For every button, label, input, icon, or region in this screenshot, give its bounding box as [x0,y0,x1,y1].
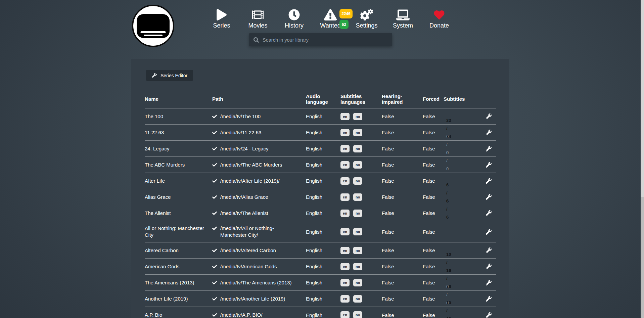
hearing-impaired-value: False [382,264,423,269]
logo-subtitle-line [141,31,166,33]
table-row: Another Life (2019) /media/tv/Another Li… [145,291,496,307]
series-path: /media/tv/A.P. BIO/ [220,312,263,318]
nav-item-wanted[interactable]: Wanted 2246 62 [312,8,349,29]
forced-value: False [423,296,444,302]
nav-item-donate[interactable]: Donate [421,8,457,29]
wrench-icon [486,178,492,184]
hearing-impaired-value: False [382,146,423,151]
wrench-icon [486,229,492,235]
wrench-icon [486,146,492,151]
language-badge: no [353,177,362,185]
edit-series-button[interactable] [485,177,492,184]
wrench-icon [486,312,492,318]
series-path-cell: /media/tv/Altered Carbon [212,247,306,254]
table-row: Alias Grace /media/tv/Alias Grace Englis… [145,189,496,205]
wrench-icon [486,296,492,302]
language-badge: no [353,228,362,235]
language-badge: no [353,210,362,217]
column-header-subtitles: Subtitles [444,96,481,102]
series-path: /media/tv/11.22.63 [220,129,261,136]
series-path-cell: /media/tv/Another Life (2019) [212,296,306,302]
language-badge: en [340,311,350,318]
nav-item-series[interactable]: Series [203,8,240,29]
nav-item-system[interactable]: System [385,8,421,29]
edit-series-button[interactable] [485,247,492,254]
language-badge: no [353,129,362,136]
edit-series-button[interactable] [485,113,492,120]
nav-item-settings[interactable]: Settings [349,8,385,29]
series-name: The Americans (2013) [145,279,212,286]
forced-value: False [423,130,444,135]
nav-label: Wanted [320,22,340,29]
scrollbar-thumb[interactable] [641,0,644,197]
hearing-impaired-value: False [382,178,423,184]
subtitles-languages-cell: en no [340,279,382,286]
hearing-impaired-value: False [382,280,423,285]
series-path: /media/tv/The Americans (2013) [220,279,292,286]
edit-series-button[interactable] [485,228,492,235]
audio-language: English [306,264,340,269]
check-icon [212,248,217,253]
series-name: Another Life (2019) [145,296,212,302]
forced-value: False [423,113,444,119]
app-logo[interactable] [132,5,174,47]
series-editor-button[interactable]: Series Editor [146,70,193,81]
edit-series-button[interactable] [485,161,492,168]
series-name: After Life [145,178,212,184]
audio-language: English [306,296,340,302]
language-badge: no [353,295,362,303]
edit-series-button[interactable] [485,279,492,286]
audio-language: English [306,113,340,119]
audio-language: English [306,229,340,235]
series-path-cell: /media/tv/11.22.63 [212,129,306,136]
wanted-movies-badge: 62 [339,20,349,29]
check-icon [212,179,217,183]
warning-triangle-icon [324,8,337,21]
subtitles-languages-cell: en no [340,295,382,303]
column-header-path: Path [212,96,306,102]
search-icon [254,37,259,43]
language-badge: en [340,228,350,235]
language-badge: no [353,193,362,201]
nav-item-history[interactable]: History [276,8,312,29]
language-badge: no [353,311,362,318]
logo-tv-screen [137,14,170,38]
series-name: All or Nothing: Manchester City [145,225,212,238]
edit-series-button[interactable] [485,129,492,136]
nav-item-movies[interactable]: Movies [240,8,276,29]
audio-language: English [306,162,340,168]
content-panel: Series Editor Name Path Audio language S… [131,59,509,318]
series-name: The Alienist [145,210,212,217]
language-badge: en [340,177,350,185]
subtitles-languages-cell: en no [340,177,382,185]
table-row: A.P. Bio /media/tv/A.P. BIO/ English en … [145,307,496,318]
hearing-impaired-value: False [382,162,423,168]
wrench-icon [486,280,492,285]
scrollbar-track[interactable] [641,0,644,318]
language-badge: no [353,161,362,169]
series-path-cell: /media/tv/The 100 [212,113,306,120]
series-name: Alias Grace [145,194,212,200]
wrench-icon [486,113,492,119]
table-row: The Alienist /media/tv/The Alienist Engl… [145,205,496,221]
language-badge: no [353,247,362,254]
language-badge: en [340,129,350,136]
check-icon [212,211,217,216]
series-path-cell: /media/tv/A.P. BIO/ [212,312,306,318]
edit-series-button[interactable] [485,210,492,217]
nav-label: Series [213,22,230,29]
edit-series-button[interactable] [485,263,492,270]
audio-language: English [306,130,340,135]
edit-series-button[interactable] [485,145,492,152]
column-header-forced: Forced [423,96,444,102]
forced-value: False [423,162,444,168]
search-input[interactable] [263,37,388,43]
edit-series-button[interactable] [485,193,492,200]
series-path-cell: /media/tv/24 - Legacy [212,145,306,152]
check-icon [212,146,217,151]
series-path: /media/tv/The Alienist [220,210,268,217]
series-editor-label: Series Editor [160,73,187,78]
series-path: /media/tv/Altered Carbon [220,247,276,254]
edit-series-button[interactable] [485,295,492,302]
edit-series-button[interactable] [485,312,492,318]
